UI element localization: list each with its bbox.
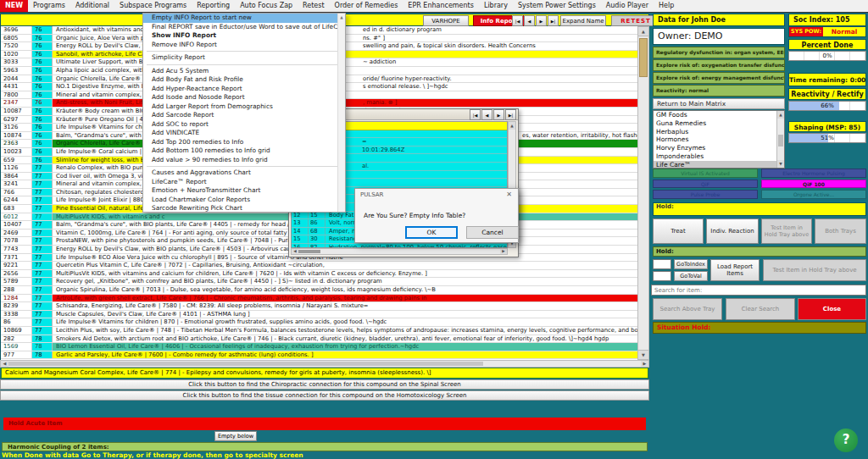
media-nav-button[interactable]: |◀ [512,15,523,26]
chiropractic-link-button[interactable]: Click this button to find the Chiropract… [0,379,649,390]
varhope-button[interactable]: VARHOPE [423,15,469,26]
list-scrollbar[interactable]: ▲ ▼ [776,111,784,168]
category-list-item[interactable]: Life Care™ [654,161,784,169]
ok-button[interactable]: OK [405,226,458,239]
return-main-matrix-button[interactable]: Return to Main Matrix [653,98,785,109]
scrollbar-thumb[interactable] [639,38,648,77]
category-list-item[interactable]: GM Foods [654,111,784,119]
goto-index-input[interactable] [653,259,671,269]
menu-option[interactable]: Add Body Fat and Risk Profile [143,75,345,85]
table-row[interactable]: 9221 77 Quercetin Plus Vitamin C, Life C… [1,262,637,270]
clear-search-button[interactable]: Clear Search [726,298,795,320]
table-row[interactable]: 10869 77 Lecithin Plus, with soy, Life C… [1,327,637,335]
menu-scrollbar[interactable]: ▲ [337,14,345,212]
menu-option[interactable]: Add Sarcode Report [143,111,345,120]
menu-option[interactable]: Empty INFO Report to start new [143,14,345,23]
table-vertical-scrollbar[interactable]: ▲ ▼ [637,26,649,360]
table-horizontal-scrollbar[interactable]: ◀ ▶ [0,360,649,368]
table-row[interactable]: 5789 77 Recovery gel, „Knitbone", with c… [1,278,637,286]
scroll-right-icon[interactable]: ▶ [641,361,648,367]
table-row[interactable]: 282 78 Smokers Aid Detox, with arctium r… [1,335,637,344]
menu-option[interactable]: Add Top 200 remedies to Info [143,138,345,147]
table-row[interactable]: 2656 77 MultiPlusVit KIDS, with vitamins… [1,270,637,279]
menubar-item[interactable]: Order of Remedies [330,0,403,12]
menu-option[interactable]: Remove INFO Report [143,41,345,50]
category-list-item[interactable]: Hormones [654,135,784,144]
goto-val-input[interactable] [653,271,671,281]
search-input[interactable] [651,285,866,296]
scroll-down-icon[interactable]: ▼ [638,350,648,359]
virtual-activated-button[interactable]: Virtual IS Activated [653,169,758,178]
menu-option[interactable]: Add Isode and Nosode Report [143,93,345,102]
table-row[interactable]: 86 77 Life Impulse® Vitamins for childre… [1,318,637,327]
menubar-item[interactable]: Retest [298,0,329,12]
category-list-item[interactable]: Imponderables [654,152,784,161]
menu-option[interactable]: Final REPORT save in Eductor/use Word to… [143,23,345,32]
menubar-item[interactable]: Programs [28,0,70,12]
menu-option[interactable]: Add Larger Report from Demographics [143,102,345,112]
load-report-items-button[interactable]: Load Report Items [710,259,760,281]
indiv-reaction-button[interactable]: Indiv. Reaction [706,218,759,244]
scroll-up-icon[interactable]: ▲ [777,111,784,119]
menubar-item[interactable]: Additional [70,0,114,12]
media-nav-button[interactable]: ▶ [493,109,504,120]
category-list-item[interactable]: Horvy Enzymes [654,144,784,152]
menubar-item[interactable]: Auto Focus Zap [235,0,298,12]
media-nav-button[interactable]: ▶ [536,15,547,26]
scroll-up-icon[interactable]: ▲ [638,27,648,36]
category-listbox[interactable]: GM FoodsGuna RemediesHerbaplusHormonesHo… [653,110,785,169]
menu-option[interactable]: Simplicity Report [143,53,345,63]
menubar-item[interactable]: Library [479,0,513,12]
scroll-right-icon[interactable]: ▶ [500,249,507,254]
subwindow-horizontal-scrollbar[interactable]: ◀ ▶ [291,248,508,255]
menu-option[interactable]: Emotion + NeuroTransmitter Chart [143,186,345,196]
expand-name-button[interactable]: Expand Name [560,15,606,26]
menubar-item[interactable]: System Power Settings [513,0,601,12]
menu-option[interactable]: Sarcode Rewriting Pick Chart [143,204,345,213]
media-nav-button[interactable]: ◀ [481,109,492,120]
menu-option[interactable]: Add Bottom 100 remedies to Info grid [143,147,345,156]
scroll-up-icon[interactable]: ▲ [509,122,515,130]
menu-option[interactable]: Add VINDICATE [143,129,345,138]
table-row[interactable]: 1284 77 ArtroLife, with green shell extr… [1,295,637,303]
table-row[interactable]: 8239 77 Schisandra, Energizing, Life Car… [1,302,637,311]
menubar-item[interactable]: Help [654,0,679,12]
both-trays-button[interactable]: Both Trays [815,218,866,244]
table-row[interactable]: 977 78 Garlic and Parsley, Life Care® | … [1,351,637,360]
scroll-left-icon[interactable]: ◀ [292,249,298,254]
close-button[interactable]: Close [798,298,866,320]
qif-button[interactable]: QiF [653,180,758,189]
help-icon[interactable]: ? [834,429,858,452]
category-list-item[interactable]: Herbaplus [654,128,784,136]
qif-100-button[interactable]: QiF 100 [761,180,866,189]
table-row[interactable]: 288 77 Organic Spirulina, Life Care® | 7… [1,286,637,295]
test-item-hold-tray-wide-button[interactable]: Test Item in Hold Tray above [763,259,866,281]
menu-option[interactable]: Causes and Aggravations Chart [143,169,345,178]
electro-pulsing-button[interactable]: Electro Hormone Pulsing [761,169,866,178]
menu-option[interactable]: LifeCare™ Report [143,178,345,187]
table-row[interactable]: 3338 77 Muscle Capsules, Devil's Claw, L… [1,311,637,319]
scrollbar-thumb[interactable] [8,362,483,366]
orgone-active-button[interactable]: Orgone Active... [761,190,866,199]
scroll-down-icon[interactable]: ▼ [777,160,784,168]
menu-option[interactable]: Add value > 90 remedies to Info grid [143,156,345,165]
goto-index-button[interactable]: GoToIndex [674,259,708,269]
pulse-probe-button[interactable]: Pulse Probe [653,190,758,199]
goto-val-button[interactable]: GoToVal [674,271,708,281]
menubar-item[interactable]: EPR Enhancements [403,0,479,12]
media-nav-button[interactable]: |◀ [470,109,481,120]
menu-option[interactable]: Add Acu 5 System [143,67,345,76]
category-list-item[interactable]: Guna Remedies [654,119,784,128]
search-above-tray-button[interactable]: Search Above Tray [653,298,722,320]
media-nav-button[interactable]: ▶| [505,109,516,120]
media-nav-button[interactable]: ▶| [548,15,559,26]
cancel-button[interactable]: Cancel [466,226,519,239]
treat-button[interactable]: Treat [653,218,704,244]
menu-option[interactable]: Add Hyper-Reactance Report [143,85,345,94]
menubar-item[interactable]: Audio Player [601,0,654,12]
media-nav-button[interactable]: ◀ [524,15,535,26]
table-row[interactable]: 1569 78 BIO Lemon Essential Oil, Life Ca… [1,343,637,351]
scroll-left-icon[interactable]: ◀ [1,361,8,367]
homotoxicology-link-button[interactable]: Click this button to find the tissue con… [0,390,649,401]
menu-option[interactable]: Load Chartmaker Color Reports [143,196,345,205]
